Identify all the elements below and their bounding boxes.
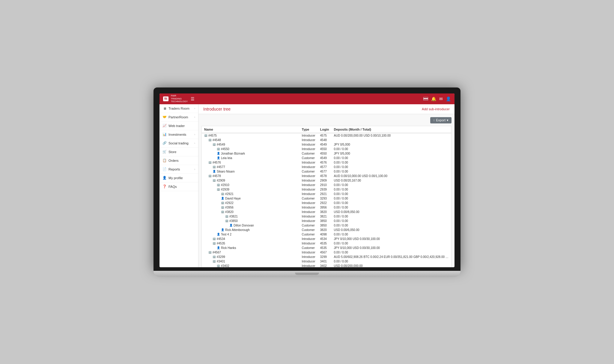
sidebar-item-faqs[interactable]: ❓ FAQs [159, 182, 198, 191]
tree-node-name[interactable]: 🏢#4575 [202, 133, 300, 138]
tree-node-name[interactable]: 🏢#4535 [202, 241, 300, 246]
table-row: 🏢#3820Introducer3820USD 0.00/8,050.00 [202, 210, 452, 214]
sidebar-label-partner-room: PartnerRoom [168, 115, 188, 119]
customer-node-icon: 👤 [217, 152, 220, 155]
tree-node-name[interactable]: 👤Jonathan Bizmark [202, 151, 300, 156]
tree-node-name[interactable]: 🏢#4576 [202, 160, 300, 165]
node-login: 2922 [318, 201, 332, 205]
table-row: 👤Test 4 2Customer40980.00 / 0.00 [202, 232, 452, 237]
node-login: 4549 [318, 142, 332, 147]
add-sub-introducer-link[interactable]: Add sub-introducer [422, 107, 450, 111]
node-login: 4550 [318, 147, 332, 151]
node-login: 4549 [318, 156, 332, 160]
node-type: Introducer [300, 183, 318, 187]
node-deposits: 0.00 / 0.00 [332, 232, 452, 237]
table-row: 🏢#2922Introducer29220.00 / 0.00 [202, 201, 452, 205]
sidebar-item-social-trading[interactable]: 🔗 Social trading › [159, 139, 198, 148]
export-button[interactable]: ↑ Export ▾ [430, 117, 452, 123]
language-flag[interactable] [423, 97, 428, 100]
tree-node-name[interactable]: 🏢#2939 [202, 187, 300, 192]
node-login: 4575 [318, 133, 332, 138]
introducer-node-icon: 🏢 [208, 161, 212, 164]
sidebar-label-web-trader: Web trader [168, 124, 185, 128]
notifications-icon[interactable]: 🔔 [431, 96, 436, 101]
sidebar-label-faqs: FAQs [168, 185, 177, 188]
node-name-text: #4535 [217, 242, 225, 245]
sidebar-item-web-trader[interactable]: 📈 Web trader [159, 122, 198, 130]
sidebar-item-orders[interactable]: 📋 Orders [159, 156, 198, 165]
node-login: 4577 [318, 169, 332, 174]
table-row: 🏢#4578Introducer4578AUD 0.00/10,000.00 U… [202, 174, 452, 178]
node-type: Introducer [300, 165, 318, 169]
traders-room-icon: 🖥 [162, 106, 167, 111]
col-type: Type [300, 126, 318, 133]
tree-node-name[interactable]: 👤Dillon Donovan [202, 223, 300, 228]
node-type: Introducer [300, 192, 318, 196]
customer-node-icon: 👤 [221, 228, 224, 231]
introducer-node-icon: 🏢 [217, 188, 220, 191]
tree-node-name[interactable]: 🏢#2922 [202, 201, 300, 205]
sidebar-item-partner-room[interactable]: 🤝 PartnerRoom › [159, 113, 198, 122]
node-name-text: #4534 [217, 237, 225, 241]
chevron-icon: › [194, 107, 195, 110]
tree-node-name[interactable]: 🏢#3820 [202, 210, 300, 214]
tree-node-name[interactable]: 👤Rick Hanks [202, 246, 300, 250]
tree-node-name[interactable]: 👤Test 4 2 [202, 232, 300, 237]
tree-node-name[interactable]: 🏢#2921 [202, 192, 300, 196]
tree-node-name[interactable]: 🏢#3402 [202, 264, 300, 267]
node-deposits: USD 0.00/20,167.00 [332, 178, 452, 183]
tree-node-name[interactable]: 🏢#4534 [202, 237, 300, 241]
tree-node-name[interactable]: 👤Leia leia [202, 156, 300, 160]
tree-node-name[interactable]: 🏢#3299 [202, 255, 300, 259]
tree-node-name[interactable]: 🏢#2909 [202, 178, 300, 183]
introducer-node-icon: 🏢 [208, 251, 212, 254]
node-name-text: #4577 [217, 165, 225, 169]
sidebar-item-investments[interactable]: 📊 Investments › [159, 130, 198, 139]
tree-node-name[interactable]: 🏢#3401 [202, 259, 300, 264]
messages-icon[interactable]: ✉ [439, 96, 443, 101]
node-login: 3299 [318, 255, 332, 259]
node-deposits: 0.00 / 0.00 [332, 187, 452, 192]
table-row: 👤Rick HanksCustomer4535JPY 0/10,000 USD … [202, 246, 452, 250]
table-row: 🏢#2921Introducer29210.00 / 0.00 [202, 192, 452, 196]
node-name-text: Rick Hanks [221, 246, 236, 250]
node-login: 3850 [318, 223, 332, 228]
node-type: Introducer [300, 214, 318, 219]
tree-node-name[interactable]: 👤Sikaro Nisam [202, 169, 300, 174]
tree-node-name[interactable]: 🏢#4578 [202, 174, 300, 178]
tree-node-name[interactable]: 🏢#4567 [202, 250, 300, 255]
sidebar-item-reports[interactable]: 📄 Reports › [159, 165, 198, 174]
node-login: 4567 [318, 250, 332, 255]
table-row: 👤Dillon DonovanCustomer38500.00 / 0.00 [202, 223, 452, 228]
tree-node-name[interactable]: 🏢#3821 [202, 214, 300, 219]
node-type: Introducer [300, 241, 318, 246]
tree-node-name[interactable]: 🏢#4548 [202, 138, 300, 142]
faqs-icon: ❓ [162, 185, 167, 189]
sidebar-item-traders-room[interactable]: 🖥 Traders Room › [159, 104, 198, 113]
node-name-text: #2921 [225, 192, 234, 196]
export-icon: ↑ [433, 118, 435, 122]
table-row: 🏢#3299Introducer3299AUD 5.00/602,908.26 … [202, 255, 452, 259]
table-row: 🏢#3956Introducer39560.00 / 0.00 [202, 205, 452, 210]
sidebar-item-store[interactable]: 🛒 Store [159, 148, 198, 156]
sidebar-item-my-profile[interactable]: 👤 My profile [159, 174, 198, 182]
logo-text: FAIRTRADINGTECHNOLOGY [171, 94, 188, 103]
node-deposits: JPY 0/10,000 USD 0.00/30,100.00 [332, 246, 452, 250]
hamburger-menu[interactable]: ☰ [191, 96, 195, 101]
sidebar-label-investments: Investments [168, 133, 186, 136]
tree-node-name[interactable]: 🏢#4550 [202, 147, 300, 151]
table-row: 🏢#2939Introducer29390.00 / 0.00 [202, 187, 452, 192]
tree-node-name[interactable]: 🏢#2910 [202, 183, 300, 187]
node-login: 4535 [318, 241, 332, 246]
node-login: 4576 [318, 160, 332, 165]
user-icon[interactable]: 👤 [446, 96, 451, 101]
customer-node-icon: 👤 [229, 224, 233, 227]
tree-node-name[interactable]: 🏢#3956 [202, 205, 300, 210]
tree-node-name[interactable]: 🏢#4549 [202, 142, 300, 147]
tree-node-name[interactable]: 👤David Haye [202, 196, 300, 201]
customer-node-icon: 👤 [213, 170, 216, 173]
node-deposits: USD 0.00/6,050.00 [332, 228, 452, 232]
tree-node-name[interactable]: 🏢#3850 [202, 219, 300, 223]
tree-node-name[interactable]: 👤Rick Attenborough [202, 228, 300, 232]
tree-node-name[interactable]: 🏢#4577 [202, 165, 300, 169]
